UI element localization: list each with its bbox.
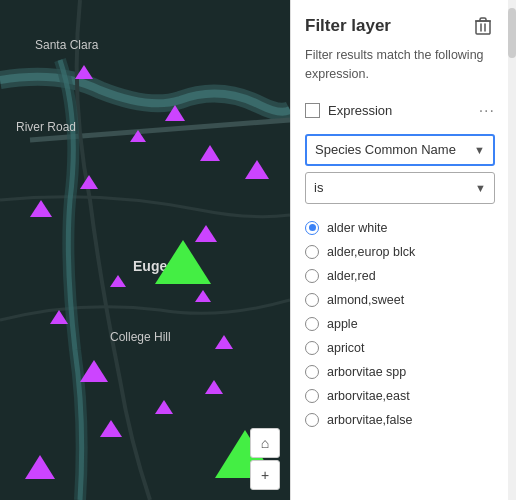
map-svg xyxy=(0,0,290,500)
radio-button[interactable] xyxy=(305,269,319,283)
map-triangle-marker xyxy=(110,275,126,287)
field-dropdown-value: Species Common Name xyxy=(315,142,456,157)
map-triangle-marker xyxy=(245,160,269,179)
map-triangle-marker xyxy=(195,290,211,302)
svg-rect-0 xyxy=(476,21,490,34)
trash-icon xyxy=(475,17,491,35)
list-item[interactable]: alder,red xyxy=(291,264,509,288)
list-item[interactable]: almond,sweet xyxy=(291,288,509,312)
list-item[interactable]: arborvitae,east xyxy=(291,384,509,408)
delete-filter-button[interactable] xyxy=(471,14,495,38)
expression-menu-button[interactable]: ··· xyxy=(479,102,495,120)
list-item-label: arborvitae spp xyxy=(327,365,406,379)
map-label-river-road: River Road xyxy=(16,120,76,134)
radio-button[interactable] xyxy=(305,293,319,307)
map-triangle-marker xyxy=(205,380,223,394)
home-button[interactable]: ⌂ xyxy=(250,428,280,458)
filter-panel: Filter layer Filter results match the fo… xyxy=(290,0,516,500)
species-list-section: alder whitealder,europ blckalder,redalmo… xyxy=(291,212,509,501)
map-triangle-marker xyxy=(155,240,211,284)
radio-button[interactable] xyxy=(305,413,319,427)
list-item-label: almond,sweet xyxy=(327,293,404,307)
panel-scrollbar[interactable] xyxy=(508,0,516,500)
map-container: Santa Clara River Road Eugene College Hi… xyxy=(0,0,290,500)
map-triangle-marker xyxy=(165,105,185,121)
radio-button[interactable] xyxy=(305,317,319,331)
map-triangle-marker xyxy=(50,310,68,324)
list-item[interactable]: alder,europ blck xyxy=(291,240,509,264)
map-triangle-marker xyxy=(130,130,146,142)
list-item[interactable]: apricot xyxy=(291,336,509,360)
map-toolbar: ⌂ + xyxy=(250,428,280,490)
map-triangle-marker xyxy=(80,175,98,189)
operator-dropdown-arrow-icon: ▼ xyxy=(475,182,486,194)
map-triangle-marker xyxy=(75,65,93,79)
operator-dropdown-value: is xyxy=(314,180,323,195)
field-dropdown[interactable]: Species Common Name ▼ xyxy=(305,134,495,166)
expression-row: Expression ··· xyxy=(291,96,509,126)
radio-button[interactable] xyxy=(305,221,319,235)
map-triangle-marker xyxy=(200,145,220,161)
list-item[interactable]: apple xyxy=(291,312,509,336)
map-triangle-marker xyxy=(80,360,108,382)
panel-scrollbar-thumb[interactable] xyxy=(508,8,516,58)
map-triangle-marker xyxy=(215,335,233,349)
list-item-label: arborvitae,false xyxy=(327,413,412,427)
list-item-label: apple xyxy=(327,317,358,331)
map-triangle-marker xyxy=(30,200,52,217)
map-label-college-hill: College Hill xyxy=(110,330,171,344)
field-dropdown-arrow-icon: ▼ xyxy=(474,144,485,156)
radio-button[interactable] xyxy=(305,365,319,379)
list-item-label: alder white xyxy=(327,221,387,235)
radio-button[interactable] xyxy=(305,341,319,355)
list-item-label: apricot xyxy=(327,341,365,355)
list-item-label: alder,europ blck xyxy=(327,245,415,259)
panel-description: Filter results match the following expre… xyxy=(291,46,509,96)
filter-controls: Species Common Name ▼ is ▼ xyxy=(291,126,509,212)
zoom-in-button[interactable]: + xyxy=(250,460,280,490)
map-triangle-marker xyxy=(100,420,122,437)
list-item[interactable]: alder white xyxy=(291,216,509,240)
map-label-santa-clara: Santa Clara xyxy=(35,38,98,52)
radio-button[interactable] xyxy=(305,389,319,403)
expression-checkbox[interactable] xyxy=(305,103,320,118)
list-item[interactable]: arborvitae spp xyxy=(291,360,509,384)
panel-title: Filter layer xyxy=(305,16,391,36)
map-triangle-marker xyxy=(155,400,173,414)
list-item[interactable]: arborvitae,false xyxy=(291,408,509,432)
list-item-label: alder,red xyxy=(327,269,376,283)
expression-label: Expression xyxy=(328,103,471,118)
list-item-label: arborvitae,east xyxy=(327,389,410,403)
panel-header: Filter layer xyxy=(291,0,509,46)
map-triangle-marker xyxy=(25,455,55,479)
operator-dropdown[interactable]: is ▼ xyxy=(305,172,495,204)
radio-button[interactable] xyxy=(305,245,319,259)
species-list: alder whitealder,europ blckalder,redalmo… xyxy=(291,212,509,501)
